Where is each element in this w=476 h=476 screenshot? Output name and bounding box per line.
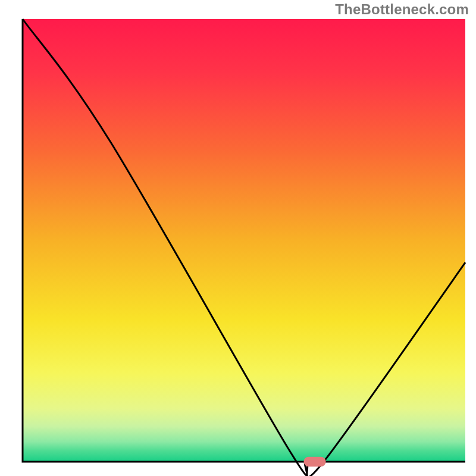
plot-background [23,19,465,462]
optimal-marker [303,457,325,466]
watermark-text: TheBottleneck.com [335,1,469,18]
chart-container: TheBottleneck.com [0,0,476,476]
bottleneck-chart [0,0,476,476]
